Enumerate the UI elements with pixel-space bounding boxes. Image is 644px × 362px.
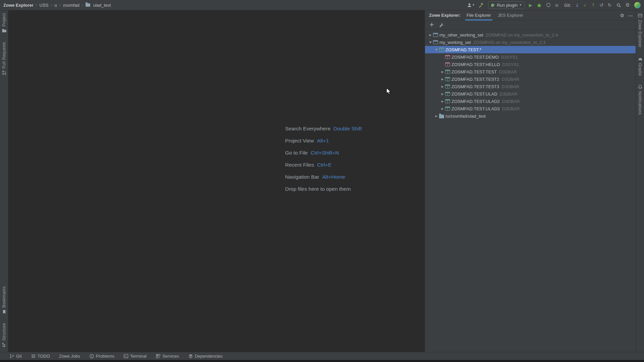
- stop-button[interactable]: ■: [555, 3, 558, 7]
- add-button[interactable]: +: [429, 22, 434, 27]
- tree-row[interactable]: ▼ my_working_set ZOSMFAD on my_connectio…: [425, 39, 636, 46]
- tree-row-selected[interactable]: ▼ ZOSMFAD.TEST.*: [425, 46, 636, 53]
- shortcut-label: Recent Files: [285, 162, 314, 168]
- tree-node-suffix: D3DBAR: [501, 77, 519, 82]
- tool-window-label: Pull Requests: [2, 42, 6, 68]
- git-update-button[interactable]: ↓: [575, 3, 579, 7]
- toolbar-actions: ▼ Run plugin ▼ ▶ ■ Git: ↓ ✓ ↑ ↺ ↻ ⚙: [467, 1, 641, 9]
- sidebar-item-structure[interactable]: Structure: [2, 323, 7, 347]
- breadcrumb-item[interactable]: Zowe Explorer: [3, 3, 34, 8]
- tool-window-terminal[interactable]: Terminal: [123, 354, 147, 359]
- user-menu-button[interactable]: ▼: [467, 3, 474, 8]
- editor-area[interactable]: Search EverywhereDouble Shift Project Vi…: [9, 10, 425, 352]
- chevron-right-icon[interactable]: ▶: [428, 34, 433, 37]
- tree-row[interactable]: ▶ /u/zosmfad/ulad_test: [425, 112, 636, 120]
- chevron-down-icon: ▼: [473, 4, 474, 6]
- problems-icon: [89, 354, 94, 359]
- user-icon: [467, 3, 472, 8]
- panel-title: Zowe Explorer:: [429, 13, 461, 18]
- tree-node-label: ZOSMFAD.TEST.ULAD2: [451, 99, 500, 104]
- tool-window-services[interactable]: Services: [156, 354, 179, 359]
- tree-row[interactable]: ▶ my_other_working_set ZOSMFAD on my_con…: [425, 31, 636, 39]
- settings-button[interactable]: ⚙: [626, 3, 630, 8]
- pull-request-icon: [2, 70, 7, 75]
- shortcut-row: Search EverywhereDouble Shift: [285, 126, 362, 132]
- tool-window-label: Services: [162, 354, 179, 359]
- sidebar-item-project[interactable]: Project: [2, 13, 7, 33]
- tree-row[interactable]: ▶ ZOSMFAD.TEST.TEST3 D3DBAR: [425, 83, 636, 90]
- folder-icon: [439, 115, 444, 118]
- settings-wrench-button[interactable]: [439, 23, 444, 27]
- breadcrumb-item[interactable]: u: [54, 3, 57, 8]
- shortcut-label: Go to File: [285, 150, 308, 156]
- avatar[interactable]: [634, 2, 641, 8]
- shortcut-row: Go to FileCtrl+Shift+N: [285, 150, 362, 156]
- tree-node-label: ZOSMFAD.TEST.ULAD3: [451, 106, 500, 111]
- chevron-right-icon[interactable]: ▶: [434, 115, 439, 118]
- tab-file-explorer[interactable]: File Explorer: [463, 10, 494, 20]
- right-tool-window-stripe: Zowe Explorer Gradle Notifications: [636, 10, 644, 352]
- partitioned-dataset-icon: [445, 84, 450, 88]
- tree-node-suffix: D3DBAR: [499, 69, 517, 74]
- sidebar-item-zowe-explorer[interactable]: Zowe Explorer: [638, 13, 643, 48]
- tree-row[interactable]: ▶ ZOSMFAD.TEST.ULAD3 D3DBAR: [425, 105, 636, 112]
- tool-window-label: Dependencies: [195, 354, 223, 359]
- debug-button[interactable]: [537, 3, 542, 8]
- breadcrumb-item[interactable]: USS: [40, 3, 49, 8]
- tool-window-label: Bookmarks: [2, 286, 6, 308]
- chevron-right-icon[interactable]: ▶: [440, 93, 445, 96]
- chevron-right-icon[interactable]: ▶: [440, 85, 445, 88]
- git-push-button[interactable]: ↑: [591, 3, 595, 7]
- tool-window-git[interactable]: Git: [9, 354, 22, 359]
- shield-icon: [546, 3, 551, 7]
- run-button[interactable]: ▶: [529, 3, 532, 7]
- sidebar-item-gradle[interactable]: Gradle: [638, 56, 643, 76]
- tree-node-label: ZOSMFAD.TEST.*: [445, 47, 481, 52]
- chevron-right-icon[interactable]: ▶: [440, 70, 445, 73]
- chevron-right-icon[interactable]: ▶: [440, 107, 445, 110]
- sidebar-item-pull-requests[interactable]: Pull Requests: [2, 42, 7, 75]
- partitioned-dataset-icon: [445, 92, 450, 96]
- shortcut-label: Navigation Bar: [285, 174, 319, 180]
- tree-node-suffix: D3SYS1: [502, 62, 519, 67]
- tree-row[interactable]: ▶ ZOSMFAD.TEST.TEST D3DBAR: [425, 68, 636, 75]
- tree-node-label: my_other_working_set: [439, 33, 483, 38]
- tree-row[interactable]: ▶ ZOSMFAD.TEST.TEST2 D3DBAR: [425, 75, 636, 83]
- hide-panel-icon[interactable]: —: [628, 13, 633, 18]
- tool-window-label: TODO: [38, 354, 50, 359]
- tree-row[interactable]: ZOSMFAD.TEST.HELLO D3SYS1: [425, 61, 636, 68]
- terminal-icon: [123, 354, 128, 359]
- chevron-down-icon[interactable]: ▼: [428, 41, 433, 44]
- gear-icon[interactable]: ⚙: [620, 13, 624, 18]
- chevron-right-icon[interactable]: ▶: [440, 100, 445, 103]
- tree-row[interactable]: ▶ ZOSMFAD.TEST.ULAD D3DBAR: [425, 90, 636, 98]
- git-commit-button[interactable]: ✓: [583, 3, 587, 7]
- breadcrumb-item[interactable]: zosmfad: [63, 3, 79, 8]
- coverage-button[interactable]: [546, 3, 551, 7]
- sidebar-item-bookmarks[interactable]: Bookmarks: [2, 286, 7, 314]
- tab-jes-explorer[interactable]: JES Explorer: [494, 10, 527, 20]
- tree-row[interactable]: ▶ ZOSMFAD.TEST.ULAD2 D3DBAR: [425, 98, 636, 105]
- build-project-button[interactable]: [479, 3, 484, 8]
- shortcut-keys: Alt+1: [317, 138, 329, 143]
- tool-window-todo[interactable]: TODO: [31, 354, 50, 359]
- tool-window-header: Zowe Explorer: File Explorer JES Explore…: [425, 10, 636, 20]
- chevron-down-icon[interactable]: ▼: [434, 48, 439, 51]
- run-configuration-select[interactable]: Run plugin ▼: [488, 1, 525, 9]
- breadcrumb-item[interactable]: ulad_test: [93, 3, 111, 8]
- history-button[interactable]: ↻: [608, 3, 612, 7]
- tree-node-suffix: D3DBAR: [502, 99, 520, 104]
- breadcrumb: Zowe Explorer › USS › u › zosmfad › ulad…: [3, 3, 111, 8]
- tree-node-label: my_working_set: [439, 40, 471, 45]
- search-everywhere-button[interactable]: [616, 3, 621, 8]
- tool-window-label: Gradle: [638, 63, 642, 76]
- tool-window-zowe-jobs[interactable]: Zowe Jobs: [59, 354, 80, 359]
- tool-window-problems[interactable]: Problems: [89, 354, 114, 359]
- tree-row[interactable]: ZOSMFAD.TEST.DEMO D3SYS1: [425, 53, 636, 61]
- tree-node-suffix: ZOSMFAD on my_connection_to_2.3: [473, 40, 545, 45]
- undo-button[interactable]: ↺: [599, 3, 603, 7]
- chevron-right-icon[interactable]: ▶: [440, 78, 445, 81]
- sidebar-item-notifications[interactable]: Notifications: [638, 84, 643, 115]
- tool-window-dependencies[interactable]: Dependencies: [188, 354, 223, 359]
- tree-node-label: ZOSMFAD.TEST.TEST2: [451, 77, 499, 82]
